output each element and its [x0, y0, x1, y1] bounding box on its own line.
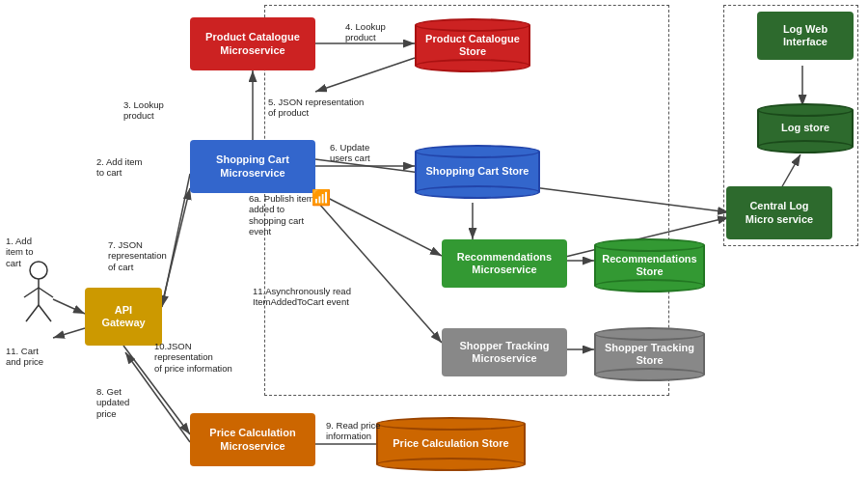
label-json-price: 10.JSONrepresentationof price informatio…: [154, 341, 232, 374]
label-update-cart: 6. Updateusers cart: [330, 142, 370, 164]
shopping-cart-microservice: Shopping CartMicroservice: [190, 140, 315, 193]
api-gateway: APIGateway: [85, 288, 162, 346]
log-store: Log store: [757, 97, 854, 159]
label-async-read: 11.Asynchronously readItemAddedToCart ev…: [253, 286, 351, 308]
label-add-item-1: 1. Additem tocart: [6, 236, 34, 268]
label-publish-item: 6a. Publish itemadded toshopping carteve…: [249, 193, 314, 237]
shopper-tracking-store: Shopper TrackingStore: [594, 320, 705, 388]
price-calculation-microservice: Price CalculationMicroservice: [190, 413, 315, 466]
recommendations-store: RecommendationsStore: [594, 232, 705, 299]
shopping-cart-store: Shopping Cart Store: [415, 138, 540, 206]
label-lookup-product: 4. Lookupproduct: [345, 21, 386, 43]
wifi-symbol: 📶: [312, 188, 331, 207]
label-add-item: 2. Add itemto cart: [96, 156, 143, 179]
central-log-microservice: Central LogMicro service: [726, 186, 832, 239]
label-json-cart: 7. JSONrepresentationof cart: [108, 239, 167, 272]
architecture-diagram: Product CatalogueMicroservice Product Ca…: [0, 0, 868, 501]
product-catalogue-store: Product CatalogueStore: [415, 12, 530, 79]
svg-line-24: [24, 288, 39, 297]
label-cart-price: 11. Cartand price: [6, 346, 43, 368]
label-lookup-product-3: 3. Lookupproduct: [123, 99, 164, 122]
shopper-tracking-microservice: Shopper TrackingMicroservice: [442, 328, 567, 376]
svg-line-27: [39, 305, 51, 321]
label-get-price: 8. Getupdatedprice: [96, 386, 129, 419]
label-read-price: 9. Read priceinformation: [326, 420, 381, 442]
stickman: [14, 259, 63, 336]
product-catalogue-microservice: Product CatalogueMicroservice: [190, 17, 315, 70]
svg-line-26: [26, 305, 39, 321]
log-web-interface: Log WebInterface: [757, 12, 854, 60]
recommendations-microservice: RecommendationsMicroservice: [442, 239, 567, 288]
svg-line-25: [39, 288, 53, 297]
label-json-product: 5. JSON representationof product: [268, 97, 364, 119]
price-calculation-store: Price Calculation Store: [376, 410, 526, 478]
